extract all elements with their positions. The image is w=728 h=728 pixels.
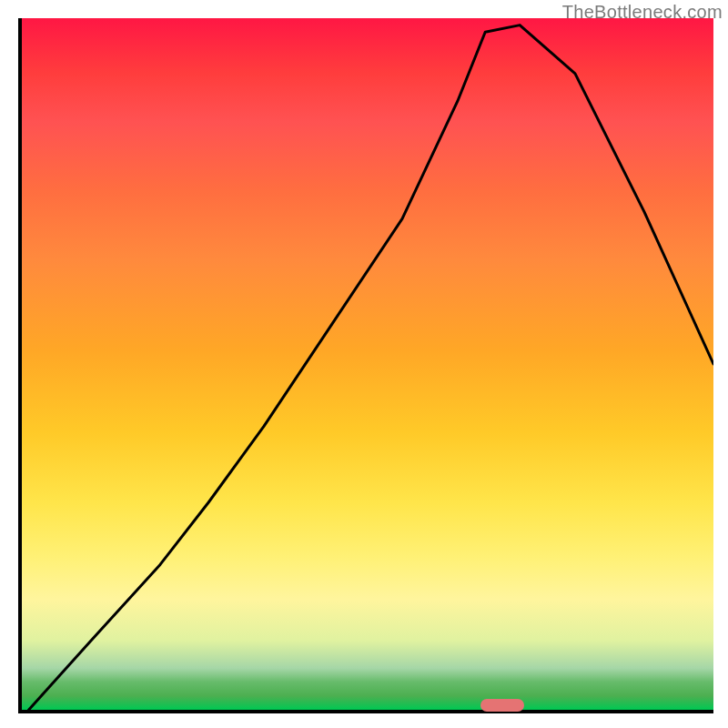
plot-area — [18, 18, 713, 713]
bottleneck-curve — [22, 18, 713, 710]
watermark-text: TheBottleneck.com — [562, 2, 723, 23]
optimal-marker — [480, 699, 524, 712]
chart-container: TheBottleneck.com — [0, 0, 728, 728]
